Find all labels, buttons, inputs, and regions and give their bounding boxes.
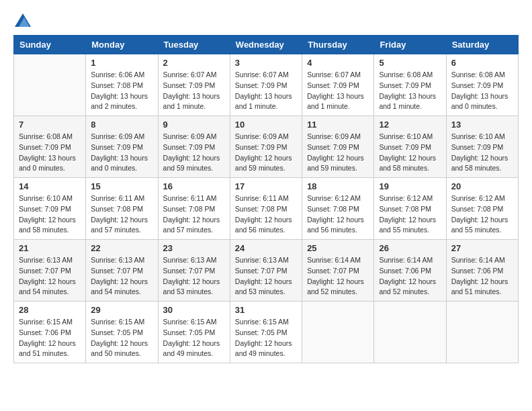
day-number: 18: [307, 181, 369, 191]
calendar-day-cell: 10Sunrise: 6:09 AMSunset: 7:09 PMDayligh…: [230, 116, 302, 178]
calendar-day-cell: 8Sunrise: 6:09 AMSunset: 7:09 PMDaylight…: [86, 116, 158, 178]
calendar-day-cell: 30Sunrise: 6:15 AMSunset: 7:05 PMDayligh…: [158, 302, 230, 363]
day-info: Sunrise: 6:06 AMSunset: 7:08 PMDaylight:…: [91, 70, 152, 112]
day-info: Sunrise: 6:10 AMSunset: 7:09 PMDaylight:…: [379, 132, 441, 174]
day-number: 10: [235, 120, 297, 130]
calendar-day-cell: 23Sunrise: 6:13 AMSunset: 7:07 PMDayligh…: [158, 240, 230, 302]
day-info: Sunrise: 6:14 AMSunset: 7:06 PMDaylight:…: [451, 255, 513, 298]
logo: [13, 13, 32, 24]
day-number: 4: [307, 58, 369, 68]
day-info: Sunrise: 6:12 AMSunset: 7:08 PMDaylight:…: [307, 193, 369, 236]
calendar-week-row: 21Sunrise: 6:13 AMSunset: 7:07 PMDayligh…: [14, 240, 519, 302]
calendar-day-cell: 14Sunrise: 6:10 AMSunset: 7:09 PMDayligh…: [14, 178, 86, 240]
calendar-day-cell: 15Sunrise: 6:11 AMSunset: 7:08 PMDayligh…: [86, 178, 158, 240]
day-number: 30: [163, 305, 225, 315]
calendar-day-cell: 2Sunrise: 6:07 AMSunset: 7:09 PMDaylight…: [158, 54, 230, 116]
day-info: Sunrise: 6:13 AMSunset: 7:07 PMDaylight:…: [235, 255, 297, 298]
calendar-week-row: 28Sunrise: 6:15 AMSunset: 7:06 PMDayligh…: [14, 302, 519, 363]
calendar-day-cell: 9Sunrise: 6:09 AMSunset: 7:09 PMDaylight…: [158, 116, 230, 178]
day-info: Sunrise: 6:10 AMSunset: 7:09 PMDaylight:…: [19, 193, 81, 236]
day-number: 28: [19, 305, 81, 315]
day-number: 2: [163, 58, 225, 68]
calendar-week-row: 7Sunrise: 6:08 AMSunset: 7:09 PMDaylight…: [14, 116, 519, 178]
day-info: Sunrise: 6:07 AMSunset: 7:09 PMDaylight:…: [307, 70, 369, 112]
calendar-day-cell: 24Sunrise: 6:13 AMSunset: 7:07 PMDayligh…: [230, 240, 302, 302]
calendar-day-cell: 13Sunrise: 6:10 AMSunset: 7:09 PMDayligh…: [446, 116, 518, 178]
day-of-week-header: Tuesday: [158, 36, 230, 54]
day-info: Sunrise: 6:15 AMSunset: 7:05 PMDaylight:…: [235, 317, 297, 359]
day-number: 16: [163, 181, 225, 191]
calendar-day-cell: 12Sunrise: 6:10 AMSunset: 7:09 PMDayligh…: [374, 116, 446, 178]
day-of-week-header: Sunday: [14, 36, 86, 54]
day-info: Sunrise: 6:11 AMSunset: 7:08 PMDaylight:…: [163, 193, 225, 236]
calendar-week-row: 1Sunrise: 6:06 AMSunset: 7:08 PMDaylight…: [14, 54, 519, 116]
calendar-day-cell: 17Sunrise: 6:11 AMSunset: 7:08 PMDayligh…: [230, 178, 302, 240]
day-number: 25: [307, 243, 369, 253]
day-number: 6: [451, 58, 513, 68]
calendar-table: SundayMondayTuesdayWednesdayThursdayFrid…: [13, 35, 519, 363]
day-info: Sunrise: 6:09 AMSunset: 7:09 PMDaylight:…: [91, 132, 152, 174]
calendar-day-cell: 29Sunrise: 6:15 AMSunset: 7:05 PMDayligh…: [86, 302, 158, 363]
day-number: 22: [91, 243, 152, 253]
day-number: 13: [451, 120, 513, 130]
day-number: 23: [163, 243, 225, 253]
day-info: Sunrise: 6:12 AMSunset: 7:08 PMDaylight:…: [379, 193, 441, 236]
day-number: 15: [91, 181, 152, 191]
calendar-day-cell: 20Sunrise: 6:12 AMSunset: 7:08 PMDayligh…: [446, 178, 518, 240]
calendar-day-cell: [14, 54, 86, 116]
day-info: Sunrise: 6:09 AMSunset: 7:09 PMDaylight:…: [163, 132, 225, 174]
day-number: 26: [379, 243, 441, 253]
day-number: 27: [451, 243, 513, 253]
day-of-week-header: Thursday: [302, 36, 374, 54]
day-number: 1: [91, 58, 152, 68]
day-number: 5: [379, 58, 441, 68]
logo-icon: [15, 13, 31, 27]
calendar-day-cell: 31Sunrise: 6:15 AMSunset: 7:05 PMDayligh…: [230, 302, 302, 363]
calendar-day-cell: 19Sunrise: 6:12 AMSunset: 7:08 PMDayligh…: [374, 178, 446, 240]
day-number: 17: [235, 181, 297, 191]
calendar-day-cell: [302, 302, 374, 363]
calendar-day-cell: 6Sunrise: 6:08 AMSunset: 7:09 PMDaylight…: [446, 54, 518, 116]
calendar-day-cell: 7Sunrise: 6:08 AMSunset: 7:09 PMDaylight…: [14, 116, 86, 178]
day-of-week-header: Friday: [374, 36, 446, 54]
day-number: 12: [379, 120, 441, 130]
calendar-day-cell: [374, 302, 446, 363]
day-number: 9: [163, 120, 225, 130]
day-number: 20: [451, 181, 513, 191]
day-info: Sunrise: 6:07 AMSunset: 7:09 PMDaylight:…: [235, 70, 297, 112]
day-number: 8: [91, 120, 152, 130]
calendar-day-cell: 28Sunrise: 6:15 AMSunset: 7:06 PMDayligh…: [14, 302, 86, 363]
day-info: Sunrise: 6:15 AMSunset: 7:05 PMDaylight:…: [91, 317, 152, 359]
day-number: 21: [19, 243, 81, 253]
day-info: Sunrise: 6:08 AMSunset: 7:09 PMDaylight:…: [379, 70, 441, 112]
day-number: 31: [235, 305, 297, 315]
calendar-header-row: SundayMondayTuesdayWednesdayThursdayFrid…: [14, 36, 519, 54]
calendar-day-cell: 5Sunrise: 6:08 AMSunset: 7:09 PMDaylight…: [374, 54, 446, 116]
day-info: Sunrise: 6:10 AMSunset: 7:09 PMDaylight:…: [451, 132, 513, 174]
day-of-week-header: Wednesday: [230, 36, 302, 54]
day-number: 7: [19, 120, 81, 130]
calendar-day-cell: 25Sunrise: 6:14 AMSunset: 7:07 PMDayligh…: [302, 240, 374, 302]
day-info: Sunrise: 6:14 AMSunset: 7:06 PMDaylight:…: [379, 255, 441, 298]
day-info: Sunrise: 6:13 AMSunset: 7:07 PMDaylight:…: [91, 255, 152, 298]
calendar-day-cell: 18Sunrise: 6:12 AMSunset: 7:08 PMDayligh…: [302, 178, 374, 240]
day-info: Sunrise: 6:12 AMSunset: 7:08 PMDaylight:…: [451, 193, 513, 236]
day-number: 14: [19, 181, 81, 191]
day-info: Sunrise: 6:08 AMSunset: 7:09 PMDaylight:…: [19, 132, 81, 174]
day-info: Sunrise: 6:15 AMSunset: 7:06 PMDaylight:…: [19, 317, 81, 359]
calendar-day-cell: 22Sunrise: 6:13 AMSunset: 7:07 PMDayligh…: [86, 240, 158, 302]
day-of-week-header: Monday: [86, 36, 158, 54]
day-info: Sunrise: 6:14 AMSunset: 7:07 PMDaylight:…: [307, 255, 369, 298]
calendar-day-cell: 3Sunrise: 6:07 AMSunset: 7:09 PMDaylight…: [230, 54, 302, 116]
day-info: Sunrise: 6:15 AMSunset: 7:05 PMDaylight:…: [163, 317, 225, 359]
calendar-day-cell: 11Sunrise: 6:09 AMSunset: 7:09 PMDayligh…: [302, 116, 374, 178]
calendar-day-cell: 26Sunrise: 6:14 AMSunset: 7:06 PMDayligh…: [374, 240, 446, 302]
calendar-day-cell: 27Sunrise: 6:14 AMSunset: 7:06 PMDayligh…: [446, 240, 518, 302]
calendar-day-cell: 1Sunrise: 6:06 AMSunset: 7:08 PMDaylight…: [86, 54, 158, 116]
day-info: Sunrise: 6:13 AMSunset: 7:07 PMDaylight:…: [19, 255, 81, 298]
calendar-week-row: 14Sunrise: 6:10 AMSunset: 7:09 PMDayligh…: [14, 178, 519, 240]
day-info: Sunrise: 6:09 AMSunset: 7:09 PMDaylight:…: [235, 132, 297, 174]
day-of-week-header: Saturday: [446, 36, 518, 54]
day-number: 11: [307, 120, 369, 130]
day-info: Sunrise: 6:13 AMSunset: 7:07 PMDaylight:…: [163, 255, 225, 298]
